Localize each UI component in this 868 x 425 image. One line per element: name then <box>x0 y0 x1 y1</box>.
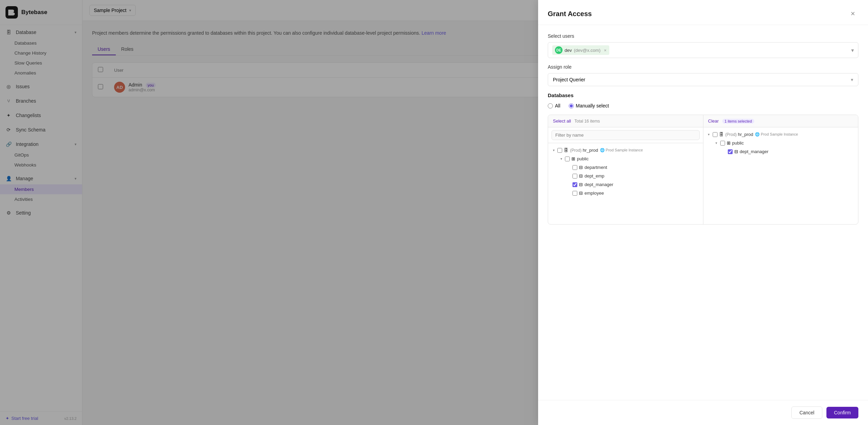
role-dropdown-chevron-icon: ▾ <box>851 77 853 82</box>
hr-prod-name: (Prod) hr_prod <box>570 148 598 153</box>
radio-all-input[interactable] <box>548 103 553 108</box>
right-node-public: ▾ ⊞ public ⊟ <box>703 139 858 156</box>
radio-all-label[interactable]: All <box>548 103 560 108</box>
right-public-schema-icon: ⊞ <box>727 140 731 146</box>
clear-button[interactable]: Clear <box>708 118 719 124</box>
right-db-instance-icon: 🗄 <box>719 132 724 137</box>
right-dept-manager-checkbox[interactable] <box>728 149 733 154</box>
right-row-hr-prod[interactable]: ▾ 🗄 (Prod) hr_prod 🌐 Prod Sample Instanc… <box>703 130 858 139</box>
user-tag-avatar: DE <box>555 46 563 54</box>
db-node-public: ▾ ⊞ public ⊟ <box>548 154 703 197</box>
right-hr-prod-checkbox[interactable] <box>713 132 717 137</box>
cancel-button[interactable]: Cancel <box>791 406 822 419</box>
assign-role-field: Assign role Project Querier ▾ <box>548 64 858 86</box>
radio-manually-label[interactable]: Manually select <box>569 103 609 108</box>
dept-emp-checkbox[interactable] <box>572 174 577 179</box>
user-select-box[interactable]: DE dev (dev@x.com) × ▾ <box>548 42 858 58</box>
grant-access-modal: Grant Access × Select users DE dev (dev@… <box>538 0 868 425</box>
db-right-pane: Clear 1 items selected ▾ 🗄 (Prod) hr_pro… <box>703 115 858 224</box>
public-toggle-icon: ▾ <box>559 157 563 161</box>
user-tag-name: dev <box>565 48 572 53</box>
select-users-label: Select users <box>548 33 858 39</box>
radio-manually-input[interactable] <box>569 103 574 108</box>
confirm-button[interactable]: Confirm <box>826 407 858 418</box>
radio-all-text: All <box>555 103 560 108</box>
right-public-checkbox[interactable] <box>720 141 725 146</box>
right-node-hr-prod: ▾ 🗄 (Prod) hr_prod 🌐 Prod Sample Instanc… <box>703 130 858 156</box>
right-hr-prod-instance: 🌐 Prod Sample Instance <box>755 132 798 137</box>
right-hr-prod-toggle-icon: ▾ <box>707 133 711 136</box>
selected-count-badge: 1 items selected <box>722 119 754 124</box>
radio-manually-text: Manually select <box>576 103 609 108</box>
user-tags: DE dev (dev@x.com) × <box>552 45 609 55</box>
user-tag: DE dev (dev@x.com) × <box>552 45 609 55</box>
modal-close-button[interactable]: × <box>847 8 858 19</box>
db-left-pane-header: Select all Total 16 items <box>548 115 703 127</box>
right-public-name: public <box>732 140 744 146</box>
database-radio-group: All Manually select <box>548 103 858 108</box>
employee-name: employee <box>585 191 604 196</box>
role-select-box[interactable]: Project Querier ▾ <box>548 73 858 86</box>
db-pane-wrap: Select all Total 16 items ▾ 🗄 <box>548 115 858 225</box>
db-left-pane: Select all Total 16 items ▾ 🗄 <box>548 115 703 224</box>
select-users-field: Select users DE dev (dev@x.com) × ▾ <box>548 33 858 58</box>
hr-prod-instance: 🌐 Prod Sample Instance <box>600 148 643 152</box>
right-hr-prod-name: (Prod) hr_prod <box>725 132 754 137</box>
db-instance-icon: 🗄 <box>564 148 568 153</box>
db-filter-input[interactable] <box>552 130 700 140</box>
right-row-public[interactable]: ▾ ⊞ public <box>711 139 858 147</box>
public-schema-icon: ⊞ <box>571 156 575 161</box>
db-left-tree: ▾ 🗄 (Prod) hr_prod 🌐 Prod Sample Instanc… <box>548 143 703 200</box>
assign-role-label: Assign role <box>548 64 858 70</box>
dept-emp-table-icon: ⊟ <box>579 173 583 179</box>
public-name: public <box>577 156 589 161</box>
db-row-dept-emp[interactable]: ⊟ dept_emp <box>563 172 703 180</box>
db-row-hr-prod[interactable]: ▾ 🗄 (Prod) hr_prod 🌐 Prod Sample Instanc… <box>548 146 703 154</box>
modal-footer: Cancel Confirm <box>538 400 868 425</box>
db-right-tree: ▾ 🗄 (Prod) hr_prod 🌐 Prod Sample Instanc… <box>703 127 858 159</box>
db-row-public[interactable]: ▾ ⊞ public <box>556 154 703 163</box>
db-total-count: Total 16 items <box>575 119 600 124</box>
user-tag-remove-button[interactable]: × <box>604 48 607 53</box>
right-dept-manager-table-icon: ⊟ <box>734 149 738 154</box>
select-all-button[interactable]: Select all <box>553 118 571 124</box>
db-row-dept-manager[interactable]: ⊟ dept_manager <box>563 180 703 189</box>
employee-table-icon: ⊟ <box>579 191 583 196</box>
dept-manager-name: dept_manager <box>585 182 613 187</box>
dept-manager-table-icon: ⊟ <box>579 182 583 187</box>
right-dept-manager-name: dept_manager <box>740 149 769 154</box>
db-row-department[interactable]: ⊟ department <box>563 163 703 172</box>
right-db-tables: ⊟ dept_manager <box>711 147 858 156</box>
role-value: Project Querier <box>553 77 585 82</box>
right-public-toggle-icon: ▾ <box>714 141 719 145</box>
db-row-employee[interactable]: ⊟ employee <box>563 189 703 197</box>
modal-body: Select users DE dev (dev@x.com) × ▾ Assi… <box>538 25 868 400</box>
db-node-hr-prod: ▾ 🗄 (Prod) hr_prod 🌐 Prod Sample Instanc… <box>548 146 703 197</box>
user-select-dropdown-button[interactable]: ▾ <box>851 47 854 54</box>
hr-prod-toggle-icon: ▾ <box>552 148 556 152</box>
dept-emp-name: dept_emp <box>585 173 604 179</box>
right-db-row-dept-manager[interactable]: ⊟ dept_manager <box>719 147 858 156</box>
hr-prod-checkbox[interactable] <box>557 148 562 153</box>
db-tables: ⊟ department ⊟ dept_emp <box>556 163 703 197</box>
databases-section-title: Databases <box>548 92 858 98</box>
modal-header: Grant Access × <box>538 0 868 25</box>
dept-manager-checkbox[interactable] <box>572 182 577 187</box>
public-checkbox[interactable] <box>565 157 570 161</box>
department-checkbox[interactable] <box>572 165 577 170</box>
department-name: department <box>585 165 607 170</box>
user-tag-email: (dev@x.com) <box>574 48 601 53</box>
databases-field: Databases All Manually select Select all <box>548 92 858 225</box>
modal-title: Grant Access <box>548 10 592 18</box>
db-right-pane-header: Clear 1 items selected <box>703 115 858 127</box>
employee-checkbox[interactable] <box>572 191 577 196</box>
department-table-icon: ⊟ <box>579 165 583 170</box>
db-filter <box>548 127 703 143</box>
